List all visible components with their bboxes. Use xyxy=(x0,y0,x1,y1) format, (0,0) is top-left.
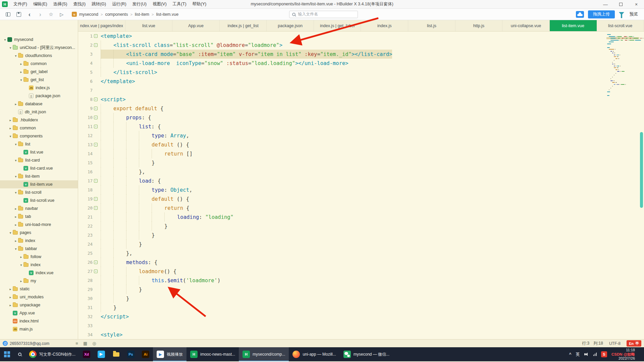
taskbar-search-button[interactable] xyxy=(14,347,25,361)
tree-item[interactable]: ▸unpackage xyxy=(0,301,78,309)
tree-item[interactable]: ▸follow xyxy=(0,253,78,261)
chevron-up-icon[interactable]: ^ xyxy=(569,352,571,357)
account-chip[interactable]: @ 2655073319@qq.com xyxy=(3,341,49,346)
locate-file-button[interactable] xyxy=(3,10,13,19)
fold-marker-icon[interactable]: - xyxy=(94,43,98,47)
tree-toggle-icon[interactable]: ▸ xyxy=(8,126,13,130)
fold-marker-icon[interactable]: - xyxy=(94,98,98,101)
menu-item[interactable]: 视图(V) xyxy=(150,0,170,8)
globe-icon[interactable]: ◎ xyxy=(92,341,96,346)
fold-marker-icon[interactable]: - xyxy=(94,269,98,273)
run-button[interactable]: ▷ xyxy=(56,10,67,19)
tree-item[interactable]: []package.json xyxy=(0,92,78,100)
fold-marker-icon[interactable]: - xyxy=(94,179,98,183)
favorite-button[interactable]: ☆ xyxy=(46,10,56,19)
code-editor[interactable]: 1-<template>2-<list-scroll class="list-s… xyxy=(78,32,644,339)
taskbar-app-button[interactable]: ▶视频播放 xyxy=(153,347,186,361)
tree-item[interactable]: ▾components xyxy=(0,132,78,140)
taskbar-app-button[interactable]: Xd xyxy=(79,347,94,361)
tree-toggle-icon[interactable]: ▾ xyxy=(13,191,18,194)
network-icon[interactable] xyxy=(593,353,597,356)
breadcrumb-item[interactable]: mysecond xyxy=(79,12,98,17)
tree-item[interactable]: ▾cloudfunctions xyxy=(0,52,78,60)
editor-tab[interactable]: list.vue xyxy=(125,20,173,31)
menu-item[interactable]: 运行(R) xyxy=(109,0,129,8)
editor-tab[interactable]: index.js xyxy=(361,20,408,31)
filter-icon[interactable] xyxy=(619,12,624,15)
encoding-indicator[interactable]: UTF-8 xyxy=(609,341,621,346)
tree-item[interactable]: Vlist-scroll.vue xyxy=(0,196,78,204)
editor-tab[interactable]: index.js | get_list xyxy=(220,20,267,31)
editor-tab[interactable]: list-scroll.vue xyxy=(597,20,644,31)
search-input[interactable]: 输入文件名 xyxy=(289,11,358,18)
breadcrumb-item[interactable]: list-item.vue xyxy=(156,12,178,17)
tree-toggle-icon[interactable]: ▾ xyxy=(13,159,18,162)
tree-item[interactable]: JSmain.js xyxy=(0,325,78,333)
taskbar-app-button[interactable]: Himooc-news-mast... xyxy=(186,347,239,361)
menu-item[interactable]: 帮助(Y) xyxy=(190,0,210,8)
tree-item[interactable]: Vlist-card.vue xyxy=(0,164,78,172)
taskbar-app-button[interactable]: 写文章-CSDN创作... xyxy=(25,347,79,361)
fold-marker-icon[interactable]: - xyxy=(94,125,98,128)
tree-toggle-icon[interactable]: ▾ xyxy=(19,78,23,82)
tree-item[interactable]: ▾get_list xyxy=(0,76,78,84)
taskbar-app-button[interactable]: Ps xyxy=(123,347,138,361)
tree-item[interactable]: ▾index xyxy=(0,261,78,269)
editor-tab[interactable]: uni-collapse.vue xyxy=(502,20,550,31)
tree-item[interactable]: ▸tab xyxy=(0,213,78,221)
tree-item[interactable]: ▾list-card xyxy=(0,156,78,164)
minimap[interactable] xyxy=(607,32,639,97)
tree-toggle-icon[interactable]: ▾ xyxy=(13,54,18,58)
fold-marker-icon[interactable]: - xyxy=(94,143,98,146)
tree-item[interactable]: ▾mysecond xyxy=(0,36,78,44)
tree-item[interactable]: ▸navbar xyxy=(0,204,78,213)
tree-item[interactable]: Vlist-item.vue xyxy=(0,180,78,188)
tree-toggle-icon[interactable]: ▸ xyxy=(13,207,18,210)
tray-ime-indicator[interactable]: 英 xyxy=(576,352,580,357)
fold-marker-icon[interactable]: - xyxy=(94,34,98,38)
tree-toggle-icon[interactable]: ▾ xyxy=(3,38,7,42)
tree-item[interactable]: ▾list xyxy=(0,140,78,148)
taskbar-app-button[interactable] xyxy=(94,347,109,361)
tree-toggle-icon[interactable]: ▸ xyxy=(8,295,13,299)
menu-item[interactable]: 工具(T) xyxy=(170,0,190,8)
tree-item[interactable]: ▸uni_modules xyxy=(0,293,78,301)
tree-toggle-icon[interactable]: ▾ xyxy=(8,46,13,50)
menu-item[interactable]: 编辑(E) xyxy=(30,0,50,8)
menu-item[interactable]: 查找(I) xyxy=(70,0,89,8)
menu-item[interactable]: 文件(F) xyxy=(10,0,30,8)
tree-toggle-icon[interactable]: ▸ xyxy=(8,303,13,307)
taskbar-clock[interactable]: 11:18 CSDN @如晦 2022/7/26 xyxy=(611,348,635,361)
tree-item[interactable]: ▸index xyxy=(0,237,78,245)
sogou-ime-icon[interactable]: S xyxy=(601,351,607,357)
tree-item[interactable]: ▸database xyxy=(0,100,78,108)
tree-item[interactable]: ▾list-scroll xyxy=(0,188,78,196)
start-button[interactable] xyxy=(0,347,14,361)
tree-toggle-icon[interactable]: ▸ xyxy=(13,239,18,243)
grid-icon[interactable]: ▦ xyxy=(83,341,87,346)
breadcrumb-item[interactable]: components xyxy=(105,12,128,17)
tree-toggle-icon[interactable]: ▸ xyxy=(8,118,13,122)
tree-item[interactable]: VApp.vue xyxy=(0,309,78,317)
menu-item[interactable]: 跳转(G) xyxy=(89,0,109,8)
tree-toggle-icon[interactable]: ▸ xyxy=(13,223,18,227)
tree-toggle-icon[interactable]: ▸ xyxy=(19,255,23,259)
tree-toggle-icon[interactable]: ▸ xyxy=(13,102,18,106)
tree-toggle-icon[interactable]: ▸ xyxy=(19,279,23,283)
fold-marker-icon[interactable]: - xyxy=(94,116,98,119)
tree-item[interactable]: ▾list-item xyxy=(0,172,78,180)
fold-marker-icon[interactable]: - xyxy=(94,107,98,110)
editor-tab[interactable]: ndex.vue | pages/index xyxy=(78,20,125,31)
close-button[interactable]: × xyxy=(629,0,644,8)
menu-item[interactable]: 发行(U) xyxy=(129,0,150,8)
cursor-position[interactable]: 行:3 列:18 xyxy=(582,341,603,346)
breadcrumb-item[interactable]: list-item xyxy=(135,12,149,17)
editor-tab[interactable]: package.json xyxy=(267,20,314,31)
forward-button[interactable]: › xyxy=(35,10,46,19)
editor-tab[interactable]: list.js xyxy=(408,20,455,31)
tree-item[interactable]: ▸my xyxy=(0,277,78,285)
minimize-button[interactable]: — xyxy=(598,0,613,8)
back-button[interactable]: ‹ xyxy=(24,10,35,19)
menu-item[interactable]: 选择(S) xyxy=(50,0,70,8)
tree-item[interactable]: ▸common xyxy=(0,60,78,68)
